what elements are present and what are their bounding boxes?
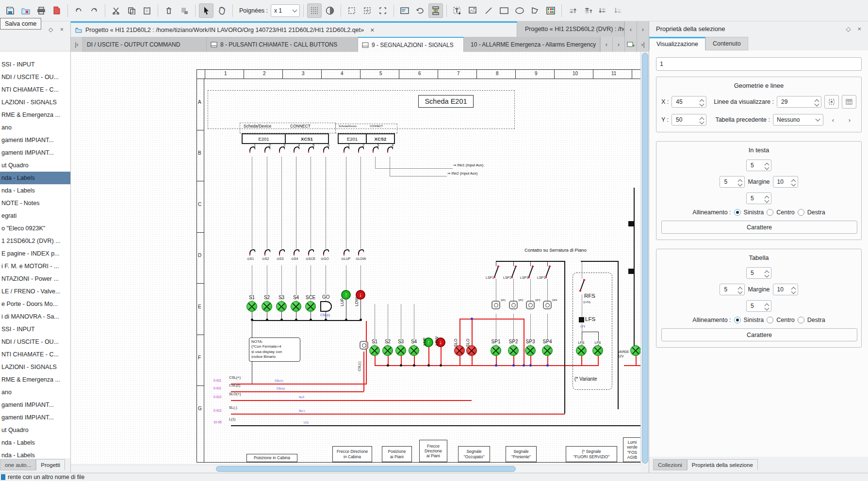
vertical-scrollbar[interactable]: [640, 52, 649, 465]
header-margin-spinbox[interactable]: 10: [773, 176, 798, 188]
selection-area-icon[interactable]: [344, 3, 359, 18]
sidebar-item[interactable]: i F. M. e MOTORI - ...: [0, 260, 70, 273]
align-option-label[interactable]: Destra: [807, 209, 825, 216]
frame-corners-icon[interactable]: [376, 3, 390, 18]
add-line-icon[interactable]: [481, 3, 496, 18]
diagram-tab-9[interactable]: 9 - SEGNALAZIONI - SIGNALS: [358, 37, 464, 52]
table-font-button[interactable]: Carattere: [661, 328, 857, 341]
delete-icon[interactable]: [162, 3, 176, 18]
header-align-destra-radio[interactable]: [798, 209, 804, 216]
sidebar-item[interactable]: gamenti IMPIANT...: [0, 399, 70, 411]
lower-layer-icon[interactable]: [596, 3, 611, 18]
export-pdf-icon[interactable]: [49, 3, 64, 18]
table-align-sinistra-radio[interactable]: [734, 317, 741, 323]
table-left-spinbox[interactable]: 5: [720, 284, 745, 295]
dock-tab-progetti[interactable]: Progetti: [36, 459, 65, 470]
header-font-button[interactable]: Carattere: [661, 221, 857, 234]
align-option-label[interactable]: Sinistra: [744, 209, 764, 216]
diagram-tab-7[interactable]: DI / USCITE - OUTPUT COMMAND: [83, 37, 207, 52]
save-icon[interactable]: [3, 3, 17, 18]
sidebar-item[interactable]: e Porte - Doors Mo...: [0, 298, 70, 310]
sidebar-item[interactable]: LAZIONI - SIGNALS: [0, 96, 70, 109]
pointer-tool-icon[interactable]: [199, 3, 213, 18]
print-icon[interactable]: [34, 3, 49, 18]
sidebar-item[interactable]: LE / FRENO - Valve...: [0, 285, 70, 298]
rotate-icon[interactable]: [413, 3, 427, 18]
header-align-sinistra-radio[interactable]: [734, 209, 741, 216]
close-folder-icon[interactable]: [18, 3, 33, 18]
sidebar-item[interactable]: NDI / USCITE - OU...: [0, 336, 70, 348]
sidebar-item[interactable]: nda - Labels: [0, 436, 70, 449]
add-image-icon[interactable]: [466, 3, 480, 18]
dock-float-icon[interactable]: ◇: [49, 26, 53, 33]
y-spinbox[interactable]: 50: [671, 114, 706, 126]
sidebar-item[interactable]: ut Quadro: [0, 424, 70, 436]
sidebar-item[interactable]: o "Eleco 0923K": [0, 222, 70, 235]
bring-front-icon[interactable]: [581, 3, 595, 18]
dock-close-icon[interactable]: ×: [60, 26, 64, 33]
project-tabs-scroll-left[interactable]: ‹: [624, 21, 637, 37]
horizontal-scrollbar[interactable]: [71, 465, 640, 472]
terminal-strip-icon[interactable]: [543, 3, 558, 18]
tab-close-icon[interactable]: ×: [370, 26, 374, 34]
dock-tab-selezione-auto[interactable]: one auto...: [0, 459, 36, 470]
diagram-tab-8[interactable]: 8 - PULSANTI CHIAMATE - CALL BUTTONS: [207, 37, 358, 52]
adjust-selection-button[interactable]: [824, 95, 839, 109]
copy-icon[interactable]: [124, 3, 139, 18]
schematic-canvas[interactable]: Scheda E201 E201XCS1 E201XCS2 1 2 3 4 5 …: [71, 52, 640, 465]
table-button[interactable]: [842, 95, 856, 109]
align-option-label[interactable]: Centro: [776, 317, 795, 323]
table-bottom-spinbox[interactable]: 5: [746, 300, 771, 312]
add-polygon-icon[interactable]: [528, 3, 542, 18]
prev-table-select[interactable]: Nessuno: [773, 114, 823, 126]
prev-button[interactable]: ‹: [826, 113, 840, 126]
diagram-tabs-scroll-left[interactable]: ‹: [600, 37, 612, 52]
tab-visualizzazione[interactable]: Visualizzazione: [649, 37, 705, 50]
grid-toggle-icon[interactable]: [307, 3, 322, 18]
sidebar-item[interactable]: NTI CHIAMATE - C...: [0, 348, 70, 361]
conductor-icon[interactable]: [428, 3, 443, 18]
align-option-label[interactable]: Centro: [776, 209, 795, 216]
diagram-tabs-scroll-right[interactable]: ›: [612, 37, 624, 52]
horizontal-scrollbar-thumb[interactable]: [216, 466, 516, 472]
sidebar-item[interactable]: gamenti IMPIANT...: [0, 134, 70, 146]
header-bottom-spinbox[interactable]: 5: [746, 192, 771, 204]
panel-close-icon[interactable]: ×: [857, 25, 861, 32]
sidebar-item[interactable]: LAZIONI - SIGNALS: [0, 361, 70, 373]
sidebar-item[interactable]: nda - Labels: [0, 172, 70, 184]
paste-icon[interactable]: [140, 3, 154, 18]
dock-tab-collezioni[interactable]: Collezioni: [653, 459, 687, 470]
selection-fit-icon[interactable]: [360, 3, 375, 18]
add-diagram-button[interactable]: [624, 37, 637, 52]
redo-icon[interactable]: [87, 3, 101, 18]
sidebar-item[interactable]: NOTE - Notes: [0, 197, 70, 209]
sidebar-item[interactable]: ano: [0, 121, 70, 134]
next-button[interactable]: ›: [843, 113, 856, 126]
project-tabs-scroll-right[interactable]: ›: [637, 21, 649, 37]
sidebar-item[interactable]: egrati: [0, 209, 70, 222]
vertical-scrollbar-thumb[interactable]: [642, 53, 648, 464]
sidebar-item[interactable]: nda - Labels: [0, 184, 70, 197]
project-tab-2[interactable]: Progetto « HI1 21SD60L2 (DVR) : /home/ti…: [517, 21, 624, 37]
sidebar-item[interactable]: gamenti IMPIANT...: [0, 146, 70, 159]
sidebar-item[interactable]: RME & Emergenza ...: [0, 373, 70, 386]
add-text-icon[interactable]: [450, 3, 465, 18]
sidebar-item[interactable]: ano: [0, 386, 70, 399]
send-back-icon[interactable]: [612, 3, 626, 18]
table-top-spinbox[interactable]: 5: [746, 267, 771, 279]
sidebar-item[interactable]: nda - Labels: [0, 449, 70, 458]
align-option-label[interactable]: Destra: [807, 317, 825, 323]
tab-contenuto[interactable]: Contenuto: [705, 37, 748, 50]
header-top-spinbox[interactable]: 5: [746, 160, 771, 171]
project-tab-1[interactable]: Progetto « HI1 21D60L2 : /home/tiziano/W…: [71, 21, 517, 37]
sidebar-item[interactable]: NDI / USCITE - OU...: [0, 71, 70, 83]
sidebar-item[interactable]: i di MANOVRA - Sa...: [0, 310, 70, 323]
sidebar-item[interactable]: NTAZIONI - Power ...: [0, 273, 70, 285]
dock-tab-proprieta[interactable]: Proprietà della selezione: [687, 459, 758, 470]
panel-float-icon[interactable]: ◇: [846, 25, 851, 32]
sidebar-item[interactable]: NTI CHIAMATE - C...: [0, 83, 70, 96]
background-contrast-icon[interactable]: [323, 3, 337, 18]
undo-icon[interactable]: [71, 3, 86, 18]
table-align-centro-radio[interactable]: [767, 317, 773, 323]
sidebar-item[interactable]: SSI - INPUT: [0, 58, 70, 71]
